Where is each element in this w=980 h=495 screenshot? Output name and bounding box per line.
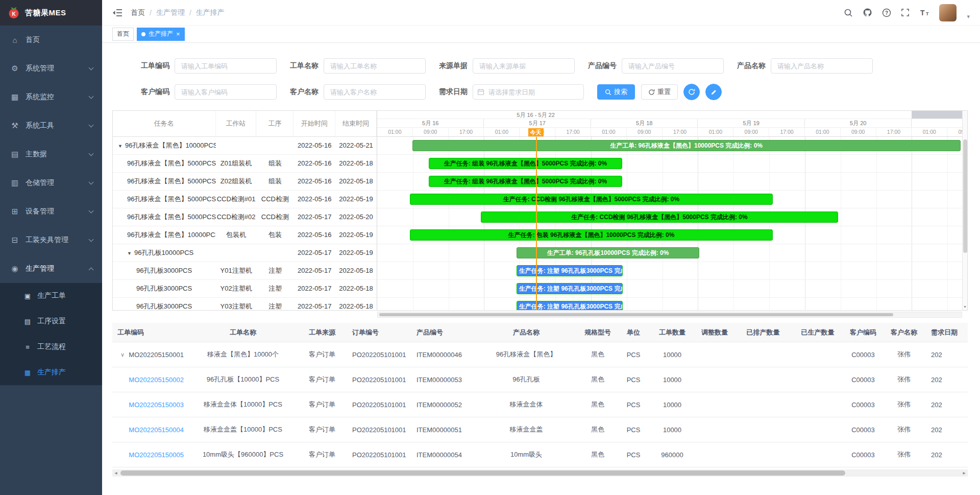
sidebar-item-label: 工装夹具管理 — [26, 235, 68, 245]
edit-schedule-button[interactable] — [705, 84, 722, 100]
sidebar-item-system-tools[interactable]: ⚒系统工具 — [0, 111, 102, 140]
order-code-link[interactable]: MO202205150001 — [129, 351, 184, 359]
sidebar-item-warehouse-mgmt[interactable]: ▥仓储管理 — [0, 169, 102, 197]
gantt-bar-task[interactable]: 生产任务: CCD检测 96孔移液盒【黑色】5000PCS 完成比例: 0% — [410, 194, 773, 205]
gantt-bar-task[interactable]: 生产任务: 包装 96孔移液盒【黑色】10000PCS 完成比例: 0% — [410, 229, 773, 241]
process-setting-icon: ▤ — [22, 318, 33, 325]
gantt-start: 2022-05-17 — [293, 208, 335, 226]
gantt-vertical-scrollbar[interactable]: ▾ — [962, 111, 967, 310]
filter-field-demand-date: 需求日期 — [439, 84, 584, 100]
refresh-circle-icon — [688, 88, 695, 96]
product-name-input[interactable] — [771, 58, 873, 74]
gantt-bar-task[interactable]: 生产任务: CCD检测 96孔移液盒【黑色】5000PCS 完成比例: 0% — [481, 211, 838, 223]
gantt-task-row[interactable]: 96孔孔板3000PCSY01注塑机注塑2022-05-172022-05-18 — [113, 262, 377, 280]
sidebar-item-home[interactable]: ⌂首页 — [0, 26, 102, 54]
sidebar-item-process-setting[interactable]: ▤工序设置 — [0, 309, 102, 334]
caret-down-icon[interactable]: ▾ — [967, 13, 970, 21]
gantt-bar-label: 生产任务: 组装 96孔移液盒【黑色】5000PCS 完成比例: 0% — [443, 158, 608, 169]
customer-code-input[interactable] — [175, 84, 277, 100]
gantt-hour-label: 01:00 — [698, 128, 733, 136]
sidebar-item-production-scheduling[interactable]: ▦生产排产 — [0, 360, 102, 385]
source-doc-input[interactable] — [473, 58, 575, 74]
table-row[interactable]: MO202205150003移液盒盒体【10000】PCS客户订单PO20220… — [112, 392, 968, 417]
gantt-bar-parent[interactable]: 生产工单: 96孔移液盒【黑色】10000PCS 完成比例: 0% — [412, 140, 961, 151]
sidebar-item-system-mgmt[interactable]: ⚙系统管理 — [0, 54, 102, 83]
order-code-input[interactable] — [175, 58, 277, 74]
orders-col-item_no: 产品编号 — [411, 328, 474, 337]
font-size-icon[interactable]: TT — [919, 8, 929, 17]
sidebar-item-production-order[interactable]: ▣生产工单 — [0, 283, 102, 309]
gantt-col-header: 工作站 — [216, 111, 257, 136]
table-row[interactable]: ∨MO202205150001移液盒【黑色】10000个客户订单PO202205… — [112, 342, 968, 367]
gantt-task-row[interactable]: 96孔孔板3000PCSY03注塑机注塑2022-05-172022-05-18 — [113, 298, 377, 310]
gantt-task-row[interactable]: ▼96孔孔板10000PCS2022-05-172022-05-19 — [113, 244, 377, 262]
order-name-input[interactable] — [324, 58, 426, 74]
gantt-task-name: 96孔移液盒【黑色】5000PCS — [113, 155, 216, 173]
app-logo[interactable]: K 苦糖果MES — [0, 0, 102, 26]
gantt-task-name: 96孔移液盒【黑色】5000PCS — [113, 191, 216, 208]
sidebar-item-label: 首页 — [26, 35, 40, 44]
demand-date-input[interactable] — [473, 84, 584, 100]
gantt-horizontal-scrollbar[interactable] — [377, 312, 962, 318]
search-button[interactable]: 搜索 — [597, 84, 635, 100]
orders-cell-demand_date: 202 — [926, 426, 968, 434]
help-icon[interactable]: ? — [882, 8, 891, 17]
expand-triangle-icon[interactable]: ▼ — [118, 144, 122, 149]
table-horizontal-scrollbar[interactable]: ◂ ▸ — [112, 469, 968, 477]
gantt-vscroll-thumb[interactable] — [963, 139, 967, 253]
orders-cell-code: MO202205150005 — [112, 451, 189, 459]
orders-cell-customer_code: C00003 — [844, 451, 882, 459]
scroll-right-arrow-icon[interactable]: ▸ — [961, 469, 968, 477]
breadcrumb-home[interactable]: 首页 — [131, 8, 145, 17]
gantt-task-row[interactable]: 96孔移液盒【黑色】5000PCSZ02组装机组装2022-05-162022-… — [113, 173, 377, 191]
fullscreen-icon[interactable] — [901, 8, 910, 17]
customer-name-input[interactable] — [324, 84, 426, 100]
gantt-task-name: 96孔孔板3000PCS — [113, 262, 216, 280]
sidebar-toggle-button[interactable] — [112, 8, 122, 17]
gantt-task-row[interactable]: 96孔移液盒【黑色】10000PCS包装机包装2022-05-162022-05… — [113, 226, 377, 244]
close-tab-icon[interactable]: × — [176, 31, 180, 37]
search-icon[interactable] — [844, 8, 853, 17]
scroll-left-arrow-icon[interactable]: ◂ — [112, 469, 119, 477]
table-row[interactable]: MO20220515000296孔孔板【10000】PCS客户订单PO20220… — [112, 367, 968, 392]
sidebar-item-master-data[interactable]: ▤主数据 — [0, 140, 102, 169]
gantt-task-row[interactable]: 96孔移液盒【黑色】5000PCSZ01组装机组装2022-05-162022-… — [113, 155, 377, 173]
orders-cell-name: 移液盒盒体【10000】PCS — [189, 400, 297, 409]
gantt-task-row[interactable]: ▼96孔移液盒【黑色】10000PCS2022-05-162022-05-21 — [113, 137, 377, 155]
scroll-down-arrow-icon[interactable]: ▾ — [963, 304, 967, 310]
gantt-task-row[interactable]: 96孔孔板3000PCSY02注塑机注塑2022-05-172022-05-18 — [113, 280, 377, 298]
sidebar-item-equipment-mgmt[interactable]: ⊞设备管理 — [0, 197, 102, 226]
sidebar-item-production-mgmt[interactable]: ◉生产管理 — [0, 254, 102, 283]
orders-col-order_no: 订单编号 — [347, 328, 411, 337]
gantt-bar-task[interactable]: 生产任务: 注塑 96孔孔板3000PCS 完成比例: 0% — [517, 283, 623, 294]
order-code-link[interactable]: MO202205150003 — [129, 401, 184, 409]
sidebar-item-system-monitor[interactable]: ▦系统监控 — [0, 83, 102, 111]
avatar[interactable] — [939, 4, 957, 21]
row-expand-icon[interactable]: ∨ — [120, 351, 125, 358]
reset-button[interactable]: 重置 — [641, 84, 678, 100]
sidebar-item-fixture-mgmt[interactable]: ⊟工装夹具管理 — [0, 226, 102, 254]
order-code-link[interactable]: MO202205150004 — [129, 426, 184, 434]
gantt-end: 2022-05-20 — [335, 208, 377, 226]
gantt-bar-task[interactable]: 生产任务: 注塑 96孔孔板3000PCS 完成比例: 0% — [517, 301, 623, 310]
gantt-hscroll-thumb[interactable] — [379, 313, 893, 316]
order-code-link[interactable]: MO202205150005 — [129, 451, 184, 459]
refresh-gantt-button[interactable] — [683, 84, 700, 100]
table-hscroll-thumb[interactable] — [120, 470, 845, 476]
gantt-task-row[interactable]: 96孔移液盒【黑色】5000PCSCCD检测#01CCD检测2022-05-16… — [113, 191, 377, 208]
table-row[interactable]: MO202205150004移液盒盒盖【10000】PCS客户订单PO20220… — [112, 417, 968, 442]
expand-triangle-icon[interactable]: ▼ — [127, 251, 132, 256]
gantt-bar-task[interactable]: 生产任务: 组装 96孔移液盒【黑色】5000PCS 完成比例: 0% — [429, 176, 622, 187]
github-icon[interactable] — [863, 8, 872, 17]
table-row[interactable]: MO20220515000510mm吸头【960000】PCS客户订单PO202… — [112, 442, 968, 467]
order-code-link[interactable]: MO202205150002 — [129, 376, 184, 384]
gantt-bar-parent[interactable]: 生产工单: 96孔孔板10000PCS 完成比例: 0% — [517, 247, 700, 258]
filter-field-order-name: 工单名称 — [290, 58, 426, 74]
tab-production-scheduling[interactable]: 生产排产 × — [137, 28, 185, 41]
product-code-input[interactable] — [622, 58, 724, 74]
gantt-bar-task[interactable]: 生产任务: 组装 96孔移液盒【黑色】5000PCS 完成比例: 0% — [429, 158, 622, 169]
gantt-bar-task[interactable]: 生产任务: 注塑 96孔孔板3000PCS 完成比例: 0% — [517, 265, 623, 276]
tab-home[interactable]: 首页 — [112, 28, 134, 41]
sidebar-item-process-flow[interactable]: ≡工艺流程 — [0, 334, 102, 360]
gantt-task-row[interactable]: 96孔移液盒【黑色】5000PCSCCD检测#02CCD检测2022-05-17… — [113, 208, 377, 226]
